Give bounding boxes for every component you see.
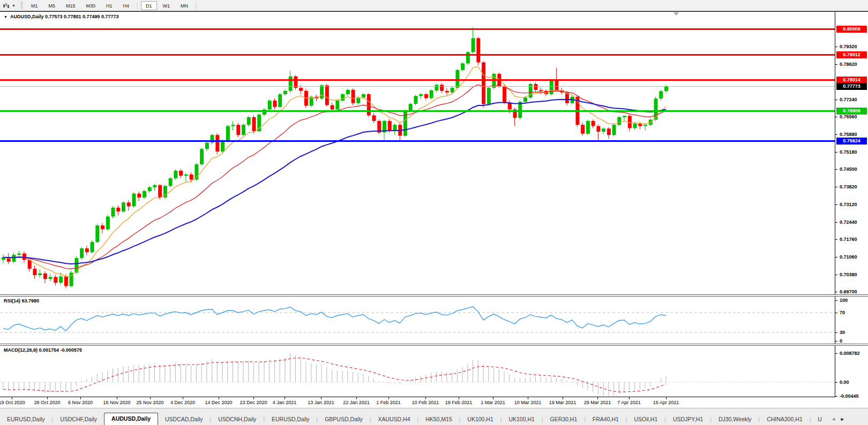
level-price-badge: 0.79012 bbox=[836, 51, 867, 58]
candle-down bbox=[43, 274, 47, 279]
price-axis-line bbox=[835, 11, 835, 397]
chart-tab-audusd[interactable]: AUDUSD,Daily bbox=[104, 413, 158, 425]
axis-tick bbox=[835, 341, 837, 341]
timeframe-button-h4[interactable]: H4 bbox=[118, 1, 134, 10]
candle-up bbox=[59, 276, 63, 283]
panel-separator[interactable] bbox=[0, 344, 868, 346]
date-tick bbox=[80, 397, 81, 399]
date-label: 7 Apr 2021 bbox=[617, 400, 641, 405]
timeframe-button-h1[interactable]: H1 bbox=[101, 1, 117, 10]
tab-scroll-right-icon[interactable]: ► bbox=[838, 416, 847, 425]
chart-tab-fra40[interactable]: FRA40,H1 bbox=[586, 414, 626, 425]
horizontal-level-line[interactable] bbox=[0, 140, 835, 142]
chart-tab-china300[interactable]: CHINA300,H1 bbox=[760, 414, 810, 425]
horizontal-level-line[interactable] bbox=[0, 54, 835, 56]
chart-shift-marker[interactable] bbox=[674, 12, 679, 16]
axis-price-label: 0.78620 bbox=[840, 62, 857, 67]
date-label: 16 Nov 2020 bbox=[103, 400, 130, 405]
rsi-axis-label: 70 bbox=[840, 310, 845, 315]
candle-down bbox=[367, 94, 371, 116]
date-tick bbox=[629, 397, 630, 399]
candle-down bbox=[127, 202, 131, 206]
rsi-panel[interactable] bbox=[0, 297, 835, 344]
timeframe-button-m5[interactable]: M5 bbox=[43, 1, 60, 10]
candle-up bbox=[289, 77, 293, 91]
horizontal-level-line[interactable] bbox=[0, 28, 835, 30]
candle-up bbox=[169, 178, 173, 186]
date-label: 19 Oct 2020 bbox=[0, 400, 25, 405]
timeframe-button-mn[interactable]: MN bbox=[176, 1, 193, 10]
macd-axis-label: 0.00 bbox=[840, 380, 849, 385]
candle-up bbox=[132, 194, 136, 207]
rsi-axis-label: 0 bbox=[840, 338, 842, 344]
chart-tab-ger30[interactable]: GER30,H1 bbox=[543, 414, 584, 425]
axis-tick bbox=[835, 134, 837, 135]
chart-tab-usdjpy[interactable]: USDJPY,H1 bbox=[666, 414, 710, 425]
axis-tick bbox=[835, 382, 837, 383]
moving-average-mid bbox=[3, 85, 666, 269]
date-tick bbox=[528, 397, 528, 399]
chart-tab-gbpusd[interactable]: GBPUSD,Daily bbox=[318, 414, 370, 425]
current-price-badge: 0.77773 bbox=[836, 83, 867, 90]
date-tick bbox=[183, 397, 183, 399]
chart-tab-eurusd[interactable]: EURUSD,Daily bbox=[265, 414, 317, 425]
timeframe-button-m30[interactable]: M30 bbox=[81, 1, 100, 10]
date-label: 1 Feb 2021 bbox=[376, 400, 401, 405]
candle-down bbox=[158, 185, 162, 198]
chart-tab-usdcnh[interactable]: USDCNH,Daily bbox=[211, 414, 263, 425]
axis-tick bbox=[835, 100, 837, 100]
candle-up bbox=[451, 88, 454, 93]
axis-tick bbox=[835, 64, 837, 65]
chart-tab-xauusd[interactable]: XAUUSD,H4 bbox=[371, 414, 417, 425]
chart-tab-dj30[interactable]: DJ30,Weekly bbox=[712, 414, 759, 425]
date-tick bbox=[117, 397, 117, 399]
axis-price-label: 0.74500 bbox=[840, 166, 857, 172]
date-tick bbox=[388, 397, 389, 399]
candle-down bbox=[33, 269, 36, 275]
timeframe-button-m1[interactable]: M1 bbox=[26, 1, 43, 10]
axis-price-label: 0.75180 bbox=[840, 149, 857, 155]
candle-up bbox=[80, 248, 84, 258]
chart-tab-usoil[interactable]: USOil,H1 bbox=[627, 414, 665, 425]
candle-down bbox=[252, 117, 256, 131]
collapse-icon[interactable]: ▼ bbox=[4, 15, 8, 19]
chart-tab-usdchf[interactable]: USDCHF,Daily bbox=[53, 414, 104, 425]
candle-down bbox=[476, 38, 480, 62]
chevron-down-icon: ▼ bbox=[12, 4, 16, 7]
candle-up bbox=[550, 80, 553, 94]
candle-up bbox=[643, 125, 647, 126]
chart-type-icon[interactable]: ▼ bbox=[2, 2, 18, 9]
chart-tab-usdcad[interactable]: USDCAD,Daily bbox=[158, 414, 210, 425]
candle-down bbox=[179, 171, 183, 176]
chart-tab-uk100[interactable]: UK100,H1 bbox=[502, 414, 541, 425]
date-axis[interactable]: 19 Oct 202028 Oct 20206 Nov 202016 Nov 2… bbox=[0, 397, 868, 408]
chart-tab-eurusd[interactable]: EURUSD,Daily bbox=[0, 414, 52, 425]
candle-down bbox=[236, 125, 240, 135]
toolbar-grip[interactable] bbox=[21, 2, 23, 9]
macd-panel[interactable] bbox=[0, 346, 835, 397]
horizontal-level-line[interactable] bbox=[0, 110, 835, 112]
axis-tick bbox=[835, 257, 837, 257]
timeframe-button-w1[interactable]: W1 bbox=[158, 1, 175, 10]
chart-tab-uk100[interactable]: UK100,H1 bbox=[460, 414, 500, 425]
date-tick bbox=[253, 397, 254, 399]
date-tick bbox=[597, 397, 598, 399]
date-label: 25 Nov 2020 bbox=[136, 400, 163, 405]
timeframe-button-m15[interactable]: M15 bbox=[61, 1, 80, 10]
axis-price-label: 0.75880 bbox=[840, 132, 857, 137]
rsi-line bbox=[3, 307, 666, 331]
candle-down bbox=[23, 254, 26, 260]
chart-tab-hk50[interactable]: HK50,M15 bbox=[418, 414, 459, 425]
candle-up bbox=[586, 121, 590, 134]
candle-down bbox=[215, 135, 219, 151]
tab-scroll-left-icon[interactable]: ◄ bbox=[829, 416, 838, 425]
candle-up bbox=[654, 98, 658, 120]
axis-price-label: 0.79320 bbox=[840, 44, 857, 49]
candle-down bbox=[116, 208, 120, 211]
moving-average-slow bbox=[3, 100, 666, 264]
candle-up bbox=[111, 208, 115, 217]
chart-tab-u[interactable]: U bbox=[811, 414, 829, 425]
candle-up bbox=[633, 124, 637, 128]
timeframe-button-d1[interactable]: D1 bbox=[141, 1, 157, 10]
horizontal-level-line[interactable] bbox=[0, 79, 835, 81]
